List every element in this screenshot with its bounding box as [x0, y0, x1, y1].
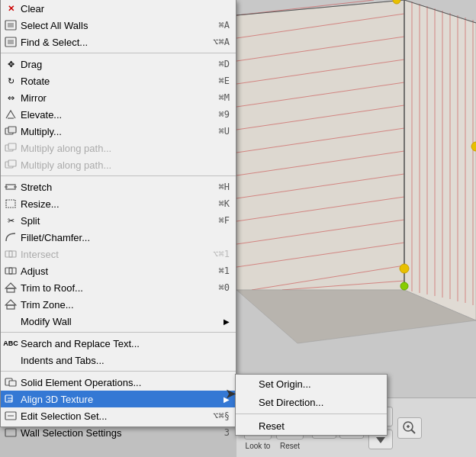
context-menu: ✕ Clear Select All Walls ⌘A Find & Selec… [0, 0, 236, 427]
zoom-buttons [397, 417, 423, 439]
menu-item-solid-ops[interactable]: Solid Element Operations... [1, 374, 236, 391]
clear-icon: ✕ [4, 2, 18, 15]
intersect-icon [4, 247, 18, 261]
rotate-shortcut: ⌘E [219, 76, 230, 86]
resize-icon [4, 197, 18, 211]
menu-item-intersect[interactable]: Intersect ⌥⌘1 [1, 246, 236, 262]
menu-item-trim-to-roof[interactable]: Trim to Roof... ⌘0 [1, 279, 236, 296]
find-select-label: Find & Select... [21, 37, 198, 48]
align-3d-submenu: Set Origin... Set Direction... Reset [235, 374, 388, 436]
menu-item-edit-selection[interactable]: Edit Selection Set... ⌥⌘§ [1, 407, 236, 424]
svg-marker-41 [376, 437, 385, 443]
menu-item-find-select[interactable]: Find & Select... ⌥⌘A [1, 34, 236, 50]
solid-ops-icon [4, 375, 18, 389]
menu-item-clear[interactable]: ✕ Clear [1, 0, 236, 17]
select-all-walls-label: Select All Walls [21, 20, 204, 31]
fillet-chamfer-label: Fillet/Chamfer... [21, 232, 230, 243]
clear-label: Clear [21, 3, 230, 14]
align-3d-label: Align 3D Texture [21, 394, 220, 405]
svg-rect-60 [6, 200, 15, 208]
drag-label: Drag [21, 59, 204, 70]
svg-rect-68 [7, 305, 14, 309]
svg-rect-47 [8, 23, 14, 27]
stretch-label: Stretch [21, 182, 204, 193]
menu-item-modify-wall[interactable]: Modify Wall ▶ [1, 313, 236, 330]
menu-item-drag[interactable]: ✥ Drag ⌘D [1, 56, 236, 72]
search-replace-icon: ABC [4, 336, 18, 350]
mirror-shortcut: ⌘M [219, 92, 230, 103]
menu-item-multiply[interactable]: Multiply... ⌘U [1, 123, 236, 140]
indents-tabs-icon [4, 353, 18, 367]
trim-to-roof-label: Trim to Roof... [21, 282, 204, 294]
rotate-label: Rotate [21, 76, 204, 87]
svg-rect-76 [5, 429, 16, 436]
multiply-path-2-icon [4, 158, 18, 172]
align-3d-icon [4, 392, 18, 406]
submenu-item-reset[interactable]: Reset [236, 417, 387, 435]
trim-zone-icon [4, 298, 18, 311]
multiply-path-1-label: Multiply along path... [21, 143, 230, 154]
menu-item-split[interactable]: ✂ Split ⌘F [1, 212, 236, 229]
resize-shortcut: ⌘K [219, 198, 230, 209]
zoom-in-button[interactable] [397, 417, 422, 439]
split-label: Split [21, 215, 204, 227]
search-replace-label: Search and Replace Text... [21, 338, 230, 349]
align-3d-arrow: ▶ [224, 395, 230, 404]
mirror-label: Mirror [21, 92, 204, 104]
modify-wall-icon [4, 314, 18, 328]
menu-item-mirror[interactable]: ⇔ Mirror ⌘M [1, 89, 236, 106]
set-origin-label: Set Origin... [256, 378, 381, 390]
stretch-shortcut: ⌘H [219, 182, 230, 192]
multiply-label: Multiply... [21, 126, 204, 137]
menu-item-stretch[interactable]: Stretch ⌘H [1, 179, 236, 195]
solid-ops-label: Solid Element Operations... [21, 377, 230, 388]
multiply-path-1-icon [4, 141, 18, 155]
svg-line-45 [411, 430, 415, 433]
resize-label: Resize... [21, 198, 204, 210]
svg-marker-65 [5, 283, 16, 288]
menu-item-fillet-chamfer[interactable]: Fillet/Chamfer... [1, 229, 236, 246]
separator-3 [1, 332, 236, 333]
menu-item-elevate[interactable]: Elevate... ⌘9 [1, 106, 236, 123]
trim-to-roof-icon [4, 281, 18, 294]
split-shortcut: ⌘F [219, 215, 230, 226]
menu-item-trim-zone[interactable]: Trim Zone... [1, 296, 236, 313]
menu-item-search-replace[interactable]: ABC Search and Replace Text... [1, 335, 236, 352]
submenu-item-set-origin[interactable]: Set Origin... [236, 375, 387, 393]
wall-selection-shortcut: 3 [224, 427, 230, 438]
multiply-path-2-label: Multiply along path... [21, 159, 230, 171]
menu-item-multiply-path-2[interactable]: Multiply along path... [1, 156, 236, 173]
intersect-label: Intersect [21, 249, 198, 260]
svg-rect-54 [8, 143, 16, 150]
menu-item-resize[interactable]: Resize... ⌘K [1, 195, 236, 212]
menu-item-adjust[interactable]: Adjust ⌘1 [1, 262, 236, 279]
wall-selection-label: Wall Selection Settings [21, 427, 209, 439]
submenu-separator [236, 414, 387, 414]
rotate-icon: ↻ [4, 74, 18, 88]
modify-wall-arrow: ▶ [224, 317, 230, 326]
svg-point-33 [400, 282, 408, 290]
menu-item-multiply-path-1[interactable]: Multiply along path... [1, 140, 236, 156]
elevate-icon [4, 108, 18, 121]
fillet-chamfer-icon [4, 230, 18, 244]
svg-rect-49 [8, 40, 14, 44]
svg-rect-66 [7, 288, 14, 292]
menu-item-indents-tabs[interactable]: Indents and Tabs... [1, 352, 236, 368]
adjust-label: Adjust [21, 266, 204, 277]
svg-point-30 [400, 264, 409, 273]
menu-item-wall-selection[interactable]: Wall Selection Settings 3 [1, 424, 236, 441]
svg-rect-70 [9, 381, 16, 386]
separator-1 [1, 53, 236, 53]
modify-wall-label: Modify Wall [21, 316, 220, 327]
trim-zone-label: Trim Zone... [21, 299, 230, 311]
menu-item-rotate[interactable]: ↻ Rotate ⌘E [1, 72, 236, 89]
reset-label: Reset [280, 442, 300, 450]
mirror-icon: ⇔ [4, 91, 18, 105]
svg-rect-56 [8, 160, 16, 166]
select-all-walls-shortcut: ⌘A [219, 20, 230, 31]
menu-item-select-all-walls[interactable]: Select All Walls ⌘A [1, 17, 236, 34]
menu-item-align-3d[interactable]: Align 3D Texture ▶ [1, 391, 236, 407]
split-icon: ✂ [4, 214, 18, 227]
stretch-icon [4, 180, 18, 194]
submenu-item-set-direction[interactable]: Set Direction... [236, 393, 387, 411]
